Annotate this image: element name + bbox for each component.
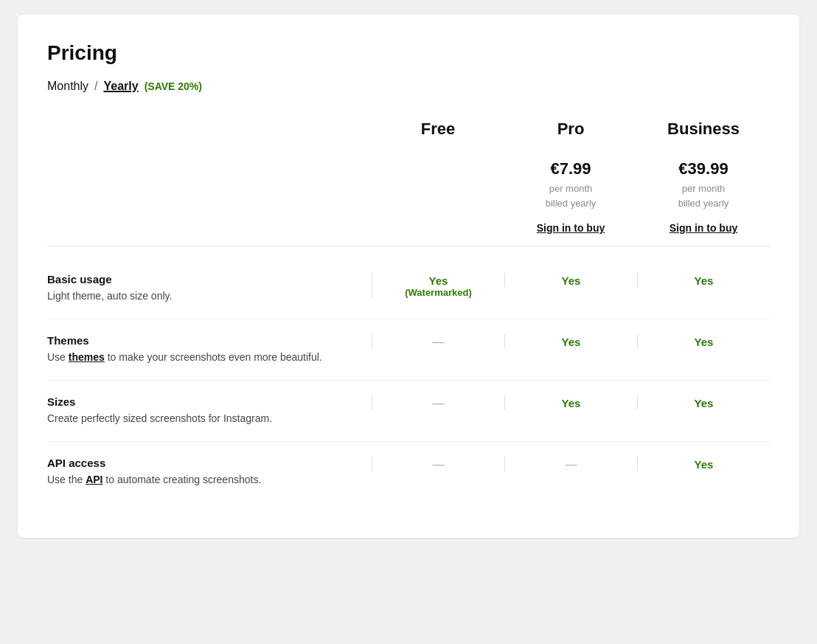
plan-business-period: per monthbilled yearly (678, 181, 729, 210)
billing-monthly-button[interactable]: Monthly (47, 80, 88, 93)
page-title: Pricing (47, 41, 770, 65)
feature-row-api: API access Use the API to automate creat… (47, 442, 770, 502)
feature-api-business: Yes (637, 457, 770, 471)
plan-free-price (372, 150, 504, 210)
plan-business-name: Business (637, 120, 770, 145)
feature-themes-info: Themes Use themes to make your screensho… (47, 334, 372, 365)
feature-sizes-business: Yes (637, 395, 770, 409)
billing-toggle: Monthly / Yearly (SAVE 20%) (47, 80, 770, 93)
price-row: €7.99 per monthbilled yearly €39.99 per … (47, 150, 770, 210)
billing-separator: / (94, 80, 97, 93)
feature-api-free: — (372, 457, 504, 471)
plan-business-price-col: €39.99 per monthbilled yearly (637, 150, 770, 210)
feature-basic-usage-desc: Light theme, auto size only. (47, 288, 357, 304)
feature-api-info: API access Use the API to automate creat… (47, 457, 372, 488)
feature-basic-usage-name: Basic usage (47, 273, 357, 285)
feature-basic-usage-pro: Yes (504, 273, 637, 287)
plan-pro-period: per monthbilled yearly (546, 181, 597, 210)
pro-sign-in-link[interactable]: Sign in to buy (504, 222, 637, 234)
feature-api-desc: Use the API to automate creating screens… (47, 472, 357, 488)
feature-api-name: API access (47, 457, 357, 469)
plan-business-price: €39.99 (678, 159, 728, 179)
feature-themes-desc: Use themes to make your screenshots even… (47, 350, 357, 365)
feature-sizes-name: Sizes (47, 395, 357, 408)
feature-themes-name: Themes (47, 334, 357, 347)
cta-empty (47, 222, 372, 234)
pricing-card: Pricing Monthly / Yearly (SAVE 20%) Free… (18, 15, 799, 538)
plan-pro-name: Pro (504, 120, 637, 145)
feature-themes-pro: Yes (504, 334, 637, 348)
feature-themes-free: — (372, 334, 504, 349)
plan-header-row: Free Pro Business (47, 120, 770, 145)
cta-row: Sign in to buy Sign in to buy (47, 222, 770, 234)
business-sign-in-link[interactable]: Sign in to buy (637, 222, 770, 234)
feature-basic-usage-free: Yes (Watermarked) (372, 273, 504, 298)
free-cta-empty (372, 222, 504, 234)
feature-sizes-info: Sizes Create perfectly sized screenshots… (47, 395, 372, 426)
billing-save-badge: (SAVE 20%) (145, 80, 202, 92)
table-divider (47, 246, 770, 246)
plan-pro-price-col: €7.99 per monthbilled yearly (504, 150, 637, 210)
feature-api-pro: — (504, 457, 637, 471)
feature-row-themes: Themes Use themes to make your screensho… (47, 319, 770, 381)
pricing-table: Free Pro Business €7.99 per monthbilled … (47, 120, 770, 502)
feature-sizes-pro: Yes (504, 395, 637, 409)
feature-row-basic-usage: Basic usage Light theme, auto size only.… (47, 258, 770, 319)
feature-row-sizes: Sizes Create perfectly sized screenshots… (47, 381, 770, 442)
feature-col-header (47, 120, 372, 145)
feature-basic-usage-info: Basic usage Light theme, auto size only. (47, 273, 372, 304)
feature-basic-usage-business: Yes (637, 273, 770, 287)
feature-rows: Basic usage Light theme, auto size only.… (47, 258, 770, 502)
feature-themes-business: Yes (637, 334, 770, 348)
billing-yearly-button[interactable]: Yearly (103, 80, 138, 93)
feature-sizes-desc: Create perfectly sized screenshots for I… (47, 411, 357, 426)
plan-pro-price: €7.99 (550, 159, 591, 179)
plan-free-name: Free (372, 120, 504, 145)
feature-sizes-free: — (372, 395, 504, 410)
